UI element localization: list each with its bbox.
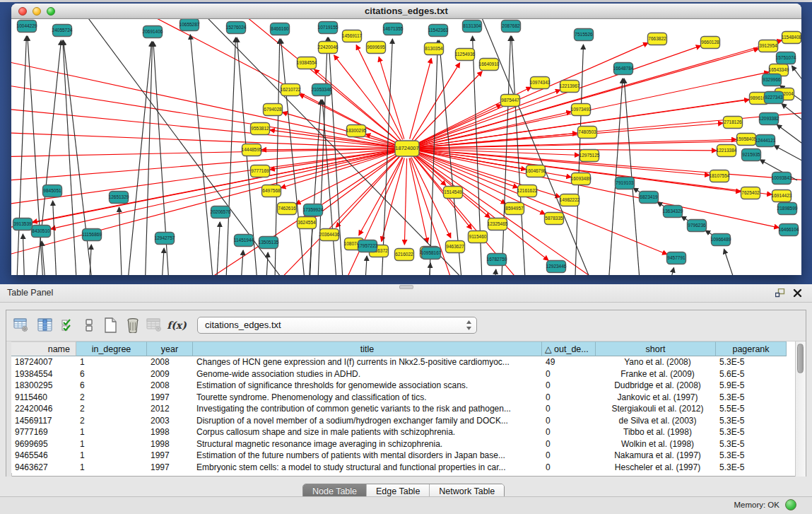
table-cell[interactable]: 2012 [147, 403, 193, 415]
graph-node[interactable]: 14671355 [383, 23, 404, 35]
graph-node[interactable]: 11548408 [782, 32, 801, 44]
network-view-canvas[interactable]: 1872400716210722679402895538121444859597… [11, 19, 801, 275]
table-cell[interactable]: 5.3E-5 [716, 450, 787, 462]
table-cell[interactable]: Stergiakouli et al. (2012) [596, 403, 716, 415]
graph-node[interactable]: 16046798 [526, 165, 546, 177]
table-cell[interactable]: Nakamura et al. (1997) [596, 450, 716, 462]
graph-node[interactable]: 13505135 [259, 237, 279, 249]
graph-node[interactable]: 12923446 [546, 261, 567, 273]
table-cell[interactable]: 6 [76, 368, 147, 380]
graph-node[interactable]: 16093489 [571, 173, 592, 185]
memory-status-indicator[interactable] [785, 499, 796, 510]
table-cell[interactable]: 18300295 [11, 380, 76, 392]
graph-node[interactable]: 8430510 [32, 226, 51, 238]
column-header-in_degree[interactable]: in_degree [76, 341, 147, 356]
graph-node[interactable]: 17957223 [358, 240, 378, 252]
graph-node[interactable]: 20206576 [211, 206, 231, 218]
table-row[interactable]: 1938455462009Genome-wide association stu… [11, 368, 787, 380]
graph-node[interactable]: 22420046 [318, 42, 339, 54]
close-icon[interactable] [793, 288, 802, 298]
table-row[interactable]: 1456911722003Disruption of a novel membe… [11, 415, 787, 427]
graph-node[interactable]: 18107554 [710, 170, 730, 182]
graph-node[interactable]: 3913539 [13, 218, 33, 230]
column-checklist-icon[interactable] [59, 316, 77, 334]
graph-node[interactable]: 11542363 [428, 25, 449, 37]
table-cell[interactable]: Genome-wide association studies in ADHD. [193, 368, 542, 380]
graph-node[interactable]: 9553812 [251, 123, 270, 135]
graph-node[interactable]: 9463627 [446, 241, 465, 253]
graph-node[interactable]: 3624554 [298, 217, 317, 229]
graph-node[interactable]: 12942757 [155, 233, 175, 245]
table-cell[interactable]: 2003 [147, 415, 193, 427]
table-cell[interactable]: 2008 [147, 380, 193, 392]
graph-node[interactable]: 12651329 [109, 192, 129, 204]
table-row[interactable]: 2242004622012Investigating the contribut… [11, 403, 787, 415]
table-cell[interactable]: Estimation of significance thresholds fo… [193, 380, 542, 392]
table-cell[interactable]: Yano et al. (2008) [596, 356, 716, 368]
float-window-icon[interactable] [775, 288, 785, 298]
graph-node[interactable]: 7663822 [648, 33, 667, 45]
table-mode-icon[interactable] [80, 316, 98, 334]
vertical-scrollbar[interactable] [795, 341, 806, 477]
citation-network-graph[interactable]: 1872400716210722679402895538121444859597… [11, 19, 801, 275]
graph-node[interactable]: 1514549 [444, 187, 463, 199]
graph-node[interactable]: 14569117 [342, 30, 363, 42]
graph-node[interactable]: 12975125 [579, 150, 600, 162]
table-cell[interactable]: 1998 [147, 426, 193, 438]
graph-node[interactable]: 9845051 [43, 185, 62, 197]
graph-node[interactable]: 18300295 [346, 125, 367, 137]
table-cell[interactable]: 19384554 [11, 368, 76, 380]
column-header-short[interactable]: short [596, 341, 716, 356]
table-cell[interactable]: 2008 [147, 356, 193, 368]
table-cell[interactable]: 9777169 [11, 426, 76, 438]
table-cell[interactable]: 2 [76, 392, 147, 404]
delete-table-icon[interactable] [145, 316, 163, 334]
table-cell[interactable]: 1998 [147, 438, 193, 450]
table-cell[interactable]: 14569117 [11, 415, 76, 427]
table-cell[interactable]: 5.6E-5 [716, 368, 787, 380]
table-cell[interactable]: 1 [76, 450, 147, 462]
table-cell[interactable]: 18724007 [11, 356, 76, 368]
table-cell[interactable]: 0 [542, 450, 596, 462]
table-cell[interactable]: 1997 [147, 450, 193, 462]
graph-node[interactable]: 21053346 [312, 84, 332, 96]
table-cell[interactable]: Tibbo et al. (1998) [596, 426, 716, 438]
table-cell[interactable]: 2009 [147, 368, 193, 380]
table-selector-dropdown[interactable]: citations_edges.txt [197, 317, 477, 334]
column-header-out_de[interactable]: △ out_de... [542, 341, 596, 356]
graph-node[interactable]: 7462616 [278, 203, 297, 215]
table-cell[interactable]: Embryonic stem cells: a model to study s… [193, 462, 542, 474]
graph-node[interactable]: 9227343 [765, 92, 784, 104]
scrollbar-thumb[interactable] [797, 344, 804, 373]
graph-node[interactable]: 9660128 [701, 37, 720, 49]
hub-node[interactable]: 18724007 [395, 141, 419, 156]
graph-node[interactable]: 6497568 [262, 185, 281, 197]
table-cell[interactable]: Structural magnetic resonance image aver… [193, 438, 542, 450]
graph-node[interactable]: 7515526 [575, 29, 594, 41]
graph-node[interactable]: 15958405 [736, 134, 757, 146]
graph-node[interactable]: 10973493 [571, 104, 592, 116]
graph-node[interactable]: 8130354 [425, 43, 444, 55]
table-cell[interactable]: 0 [542, 462, 596, 474]
table-cell[interactable]: 5.3E-5 [716, 392, 787, 404]
table-cell[interactable]: 1 [76, 426, 147, 438]
table-settings-icon[interactable] [12, 316, 30, 334]
graph-node[interactable]: 10958167 [421, 247, 442, 259]
graph-node[interactable]: 16466104 [779, 224, 799, 236]
graph-node[interactable]: 24055724 [52, 25, 73, 37]
graph-node[interactable]: 8131304 [463, 21, 482, 33]
graph-node[interactable]: 20364436 [319, 229, 340, 241]
table-cell[interactable]: de Silva et al. (2003) [596, 415, 716, 427]
table-cell[interactable]: 49 [542, 356, 596, 368]
table-cell[interactable]: 6 [76, 380, 147, 392]
table-row[interactable]: 911546021997Tourette syndrome. Phenomeno… [11, 392, 787, 404]
graph-node[interactable]: 8594957 [505, 203, 524, 215]
column-header-year[interactable]: year [147, 341, 193, 356]
table-cell[interactable]: 5.3E-5 [716, 462, 787, 474]
graph-node[interactable]: 21898599 [777, 203, 798, 215]
column-header-name[interactable]: name [11, 341, 76, 356]
table-cell[interactable]: Dudbridge et al. (2008) [596, 380, 716, 392]
graph-node[interactable]: 10966489 [711, 234, 731, 246]
graph-node[interactable]: 10044229 [17, 21, 37, 33]
graph-node[interactable]: 11451944 [234, 235, 254, 247]
